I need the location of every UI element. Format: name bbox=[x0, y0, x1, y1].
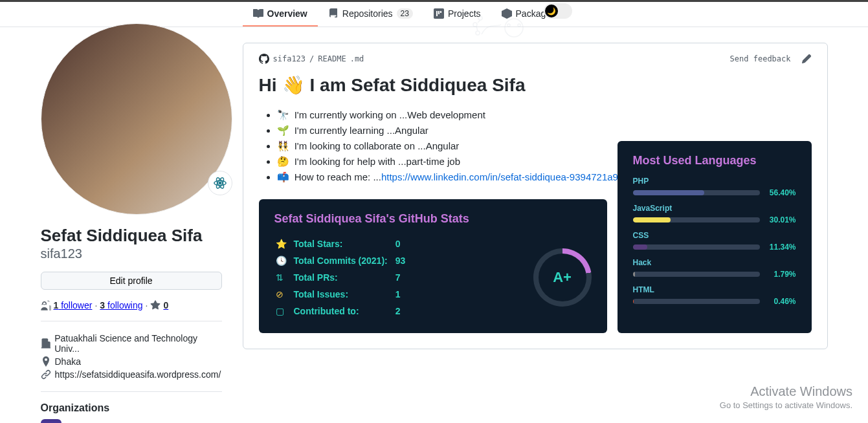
tab-overview-label: Overview bbox=[267, 8, 307, 19]
repositories-count-badge: 23 bbox=[397, 8, 413, 19]
profile-website: https://sefatsiddiqueasifa.wordpress.com… bbox=[41, 368, 222, 381]
language-name: PHP bbox=[633, 177, 796, 186]
profile-website-link[interactable]: https://sefatsiddiqueasifa.wordpress.com… bbox=[55, 369, 221, 380]
language-percent: 0.46% bbox=[765, 297, 796, 306]
language-bar bbox=[633, 244, 760, 250]
profile-org: Patuakhali Science and Technology Univ..… bbox=[41, 332, 222, 355]
atom-icon bbox=[213, 176, 227, 190]
language-row: PHP 56.40% bbox=[633, 177, 796, 197]
link-icon bbox=[41, 369, 51, 380]
followers-link[interactable]: 1 follower bbox=[54, 300, 93, 310]
organization-avatar[interactable] bbox=[41, 419, 61, 424]
stat-label: Total PRs: bbox=[294, 270, 394, 285]
stats-row: ▢ Contributed to: 2 bbox=[276, 303, 412, 319]
theme-toggle[interactable] bbox=[544, 3, 572, 19]
avatar-image bbox=[41, 23, 232, 215]
profile-sidebar: Sefat Siddiquea Sifa sifa123 Edit profil… bbox=[41, 43, 232, 423]
profile-location: Dhaka bbox=[41, 355, 222, 368]
stat-label: Total Commits (2021): bbox=[294, 253, 394, 268]
stats-row: ⭐ Total Stars: 0 bbox=[276, 236, 412, 252]
language-row: HTML 0.46% bbox=[633, 285, 796, 306]
tab-repositories-label: Repositories bbox=[342, 8, 393, 19]
edit-profile-button[interactable]: Edit profile bbox=[41, 272, 222, 290]
language-bar-fill bbox=[633, 299, 634, 304]
stat-icon: ⇅ bbox=[276, 272, 286, 283]
language-name: Hack bbox=[633, 258, 796, 267]
svg-point-5 bbox=[476, 31, 480, 35]
readme-title: Hi 👋 I am Sefat Siddiquea Sifa bbox=[259, 74, 812, 96]
people-icon bbox=[41, 300, 51, 310]
organizations-heading: Organizations bbox=[41, 391, 222, 414]
languages-card-title: Most Used Languages bbox=[633, 154, 796, 168]
grade-ring: A+ bbox=[533, 248, 592, 307]
stat-value: 7 bbox=[395, 270, 412, 285]
language-percent: 11.34% bbox=[765, 243, 796, 252]
stats-row: ⊘ Total Issues: 1 bbox=[276, 287, 412, 302]
stat-icon: ⊘ bbox=[276, 289, 286, 299]
profile-org-text: Patuakhali Science and Technology Univ..… bbox=[54, 333, 221, 354]
star-icon bbox=[150, 300, 161, 310]
stats-table: ⭐ Total Stars: 0🕓 Total Commits (2021): … bbox=[274, 235, 414, 320]
organization-icon bbox=[41, 338, 51, 349]
stat-value: 93 bbox=[395, 253, 412, 268]
book-icon bbox=[253, 8, 263, 19]
location-icon bbox=[41, 356, 51, 367]
stat-value: 2 bbox=[395, 303, 412, 319]
tab-repositories[interactable]: Repositories 23 bbox=[318, 2, 423, 27]
emoji-icon: 🔭 bbox=[277, 109, 289, 120]
project-icon bbox=[434, 8, 444, 19]
readme-link[interactable]: https://www.linkedin.com/in/sefat-siddiq… bbox=[381, 171, 621, 182]
emoji-icon: 📫 bbox=[277, 171, 289, 182]
language-row: Hack 1.79% bbox=[633, 258, 796, 279]
language-bar bbox=[633, 190, 760, 195]
tab-overview[interactable]: Overview bbox=[243, 2, 318, 27]
language-bar-fill bbox=[633, 190, 705, 195]
profile-name: Sefat Siddiquea Sifa bbox=[41, 225, 222, 246]
language-name: HTML bbox=[633, 285, 796, 294]
language-name: CSS bbox=[633, 231, 796, 240]
following-link[interactable]: 3 following bbox=[100, 300, 142, 310]
wave-icon: 👋 bbox=[282, 74, 305, 96]
language-row: CSS 11.34% bbox=[633, 231, 796, 252]
stars-link[interactable]: 0 bbox=[163, 300, 168, 310]
language-bar-fill bbox=[633, 272, 636, 277]
profile-tabs: Overview Repositories 23 Projects Packag… bbox=[243, 2, 566, 27]
stats-card-title: Sefat Siddiquea Sifa's GitHub Stats bbox=[274, 212, 592, 226]
stat-label: Total Issues: bbox=[294, 287, 394, 302]
language-percent: 56.40% bbox=[765, 188, 796, 197]
repo-icon bbox=[328, 8, 339, 19]
avatar[interactable] bbox=[41, 23, 232, 215]
language-bar bbox=[633, 272, 760, 277]
stat-value: 1 bbox=[395, 287, 412, 302]
emoji-icon: 🤔 bbox=[277, 156, 289, 167]
octocat-icon bbox=[259, 54, 269, 64]
readme-list-item: 🔭 I'm currently working on ...Web develo… bbox=[277, 107, 812, 123]
stat-icon: ▢ bbox=[276, 306, 286, 316]
main-content: sifa123 / README.md Send feedback Hi 👋 I… bbox=[232, 43, 828, 423]
svg-point-9 bbox=[219, 182, 221, 184]
grade-value: A+ bbox=[553, 269, 572, 286]
profile-readme: sifa123 / README.md Send feedback Hi 👋 I… bbox=[243, 43, 828, 349]
languages-card: Most Used Languages PHP 56.40% JavaScrip… bbox=[618, 141, 812, 333]
moon-icon bbox=[545, 5, 558, 17]
language-percent: 30.01% bbox=[765, 215, 796, 224]
stat-value: 0 bbox=[395, 236, 412, 252]
status-badge[interactable] bbox=[208, 171, 232, 195]
stats-row: ⇅ Total PRs: 7 bbox=[276, 270, 412, 285]
send-feedback-link[interactable]: Send feedback bbox=[730, 54, 791, 63]
language-bar bbox=[633, 299, 760, 304]
pencil-icon[interactable] bbox=[801, 54, 812, 64]
stat-label: Total Stars: bbox=[294, 236, 394, 252]
language-bar-fill bbox=[633, 217, 671, 222]
tab-projects[interactable]: Projects bbox=[423, 2, 491, 27]
github-stats-card: Sefat Siddiquea Sifa's GitHub Stats ⭐ To… bbox=[259, 199, 607, 333]
stats-row: 🕓 Total Commits (2021): 93 bbox=[276, 253, 412, 268]
profile-username: sifa123 bbox=[41, 246, 222, 261]
stat-icon: ⭐ bbox=[276, 239, 286, 249]
tab-projects-label: Projects bbox=[448, 8, 481, 19]
emoji-icon: 🌱 bbox=[277, 125, 289, 136]
stat-icon: 🕓 bbox=[276, 255, 286, 266]
language-percent: 1.79% bbox=[765, 270, 796, 279]
follow-stats: 1 follower · 3 following · 0 bbox=[41, 300, 222, 310]
profile-location-text: Dhaka bbox=[55, 356, 81, 367]
